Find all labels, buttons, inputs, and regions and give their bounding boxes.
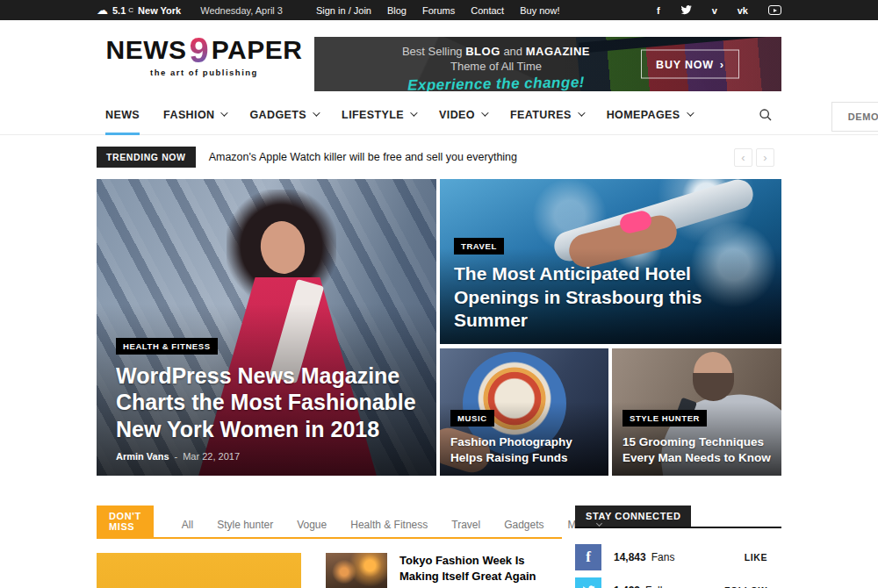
trending-bar: TRENDING NOW Amazon's Apple Watch killer… bbox=[97, 146, 781, 169]
facebook-icon[interactable]: f bbox=[657, 5, 660, 16]
nav-item-news[interactable]: NEWS bbox=[105, 96, 140, 134]
chevron-down-icon bbox=[410, 109, 417, 116]
bottom-section: DON'T MISS All Style hunter Vogue Health… bbox=[97, 506, 781, 588]
category-badge[interactable]: STYLE HUNTER bbox=[623, 410, 707, 427]
dont-miss-featured-image[interactable] bbox=[97, 553, 301, 588]
like-button[interactable]: LIKE bbox=[745, 552, 767, 563]
chevron-down-icon bbox=[687, 109, 694, 116]
vk-icon[interactable]: vk bbox=[738, 5, 748, 16]
vimeo-icon[interactable]: v bbox=[712, 5, 717, 16]
topbar-links: Sign in / Join Blog Forums Contact Buy n… bbox=[300, 5, 559, 16]
article-title[interactable]: WordPress News Magazine Charts the Most … bbox=[116, 362, 417, 443]
header-ad-banner[interactable]: Best Selling BLOG and MAGAZINE Theme of … bbox=[314, 37, 781, 91]
banner-line2: Theme of All Time bbox=[351, 60, 641, 73]
hero-article-music[interactable]: MUSIC Fashion Photography Helps Raising … bbox=[440, 348, 608, 476]
forums-link[interactable]: Forums bbox=[422, 5, 455, 16]
nav-label: FASHION bbox=[163, 109, 214, 121]
banner-line1-pre: Best Selling bbox=[402, 45, 465, 58]
followers-count: 1,423 bbox=[614, 584, 640, 588]
chevron-down-icon bbox=[313, 109, 320, 116]
category-badge[interactable]: HEALTH & FITNESS bbox=[116, 338, 218, 355]
tab-travel[interactable]: Travel bbox=[451, 519, 480, 531]
logo-text-paper: PAPER bbox=[212, 35, 303, 65]
nav-item-lifestyle[interactable]: LIFESTYLE bbox=[342, 96, 415, 134]
nav-item-fashion[interactable]: FASHION bbox=[163, 96, 226, 134]
weather-widget[interactable]: ☁ 5.1 C New York bbox=[97, 4, 181, 16]
buy-now-label: BUY NOW bbox=[656, 58, 714, 70]
active-tab-underline bbox=[105, 133, 140, 135]
hero-small-row: MUSIC Fashion Photography Helps Raising … bbox=[440, 348, 781, 476]
article-title[interactable]: Fashion Photography Helps Raising Funds bbox=[450, 434, 598, 466]
banner-line1-mid: and bbox=[500, 45, 526, 58]
category-badge[interactable]: TRAVEL bbox=[454, 238, 504, 255]
trending-pager: ‹ › bbox=[734, 148, 774, 167]
youtube-icon[interactable] bbox=[768, 5, 781, 15]
page: ☁ 5.1 C New York Wednesday, April 3 Sign… bbox=[0, 0, 878, 588]
author-link[interactable]: Armin Vans bbox=[116, 451, 169, 462]
twitter-icon[interactable] bbox=[680, 5, 692, 15]
trending-now-badge: TRENDING NOW bbox=[97, 147, 196, 168]
tab-health-fitness[interactable]: Health & Fitness bbox=[350, 519, 428, 531]
weather-temperature: 5.1 bbox=[112, 5, 126, 16]
nav-label: HOMEPAGES bbox=[607, 109, 680, 121]
tab-gadgets[interactable]: Gadgets bbox=[504, 519, 543, 531]
arrow-right-icon: › bbox=[720, 58, 724, 71]
search-icon bbox=[759, 108, 773, 122]
nav-label: VIDEO bbox=[439, 109, 475, 121]
weather-unit: C bbox=[128, 6, 133, 14]
social-icons: f v vk bbox=[657, 5, 781, 16]
chevron-down-icon bbox=[481, 109, 488, 116]
current-date: Wednesday, April 3 bbox=[200, 5, 283, 16]
banner-line1-magazine: MAGAZINE bbox=[526, 45, 590, 58]
logo-text-news: NEWS bbox=[106, 35, 187, 65]
dont-miss-tabs: All Style hunter Vogue Health & Fitness … bbox=[182, 519, 601, 537]
category-badge[interactable]: MUSIC bbox=[450, 410, 494, 427]
logo-nine-glyph: 9 bbox=[190, 32, 209, 68]
dont-miss-header: DON'T MISS All Style hunter Vogue Health… bbox=[97, 506, 562, 539]
buy-now-button[interactable]: BUY NOW › bbox=[641, 50, 739, 79]
site-logo[interactable]: NEWS 9 PAPER the art of publishing bbox=[119, 32, 290, 77]
demos-button[interactable]: DEMOS bbox=[831, 102, 878, 132]
hero-right-column: TRAVEL The Most Anticipated Hotel Openin… bbox=[440, 179, 781, 476]
fans-unit: Fans bbox=[651, 551, 675, 563]
site-header: NEWS 9 PAPER the art of publishing Best … bbox=[0, 20, 878, 96]
chevron-left-icon[interactable]: ‹ bbox=[734, 148, 752, 167]
tab-vogue[interactable]: Vogue bbox=[297, 519, 327, 531]
banner-line1-blog: BLOG bbox=[465, 45, 500, 58]
signin-link[interactable]: Sign in / Join bbox=[316, 5, 371, 16]
nav-item-gadgets[interactable]: GADGETS bbox=[249, 96, 318, 134]
hero-article-main[interactable]: HEALTH & FITNESS WordPress News Magazine… bbox=[97, 179, 436, 476]
article-title[interactable]: The Most Anticipated Hotel Openings in S… bbox=[454, 262, 767, 332]
nav-item-features[interactable]: FEATURES bbox=[510, 96, 583, 134]
contact-link[interactable]: Contact bbox=[471, 5, 504, 16]
banner-text: Best Selling BLOG and MAGAZINE Theme of … bbox=[351, 45, 641, 91]
article-title[interactable]: 15 Grooming Techniques Every Man Needs t… bbox=[623, 434, 771, 466]
twitter-counter-row: 1,423 Followers FOLLOW bbox=[575, 577, 781, 588]
stay-connected-module: STAY CONNECTED f 14,843 Fans LIKE 1,423 … bbox=[575, 506, 781, 588]
dont-miss-article: Tokyo Fashion Week Is Making Itself Grea… bbox=[326, 553, 562, 588]
tab-style-hunter[interactable]: Style hunter bbox=[217, 519, 273, 531]
weather-city: New York bbox=[138, 5, 181, 16]
facebook-icon[interactable]: f bbox=[575, 544, 601, 570]
hero-article-travel[interactable]: TRAVEL The Most Anticipated Hotel Openin… bbox=[440, 179, 781, 344]
top-bar: ☁ 5.1 C New York Wednesday, April 3 Sign… bbox=[0, 0, 878, 20]
search-button[interactable] bbox=[759, 96, 773, 134]
hero-article-style-hunter[interactable]: STYLE HUNTER 15 Grooming Techniques Ever… bbox=[612, 348, 781, 476]
article-title[interactable]: Tokyo Fashion Week Is Making Itself Grea… bbox=[399, 553, 562, 584]
social-counter-list: f 14,843 Fans LIKE 1,423 Followers FOLLO… bbox=[575, 544, 781, 588]
twitter-icon[interactable] bbox=[575, 577, 601, 588]
dont-miss-badge: DON'T MISS bbox=[97, 506, 154, 537]
main-navigation: NEWS FASHION GADGETS LIFESTYLE VIDEO FEA… bbox=[0, 96, 878, 135]
dont-miss-content: Tokyo Fashion Week Is Making Itself Grea… bbox=[97, 553, 562, 588]
fans-count: 14,843 bbox=[614, 551, 646, 563]
nav-label: GADGETS bbox=[249, 109, 306, 121]
article-thumbnail[interactable] bbox=[326, 553, 387, 588]
buy-now-link[interactable]: Buy now! bbox=[520, 5, 559, 16]
tab-all[interactable]: All bbox=[182, 519, 193, 531]
trending-headline[interactable]: Amazon's Apple Watch killer will be free… bbox=[209, 151, 517, 163]
nav-item-video[interactable]: VIDEO bbox=[439, 96, 486, 134]
chevron-right-icon[interactable]: › bbox=[756, 148, 774, 167]
blog-link[interactable]: Blog bbox=[387, 5, 407, 16]
chevron-down-icon bbox=[578, 109, 585, 116]
nav-item-homepages[interactable]: HOMEPAGES bbox=[607, 96, 692, 134]
